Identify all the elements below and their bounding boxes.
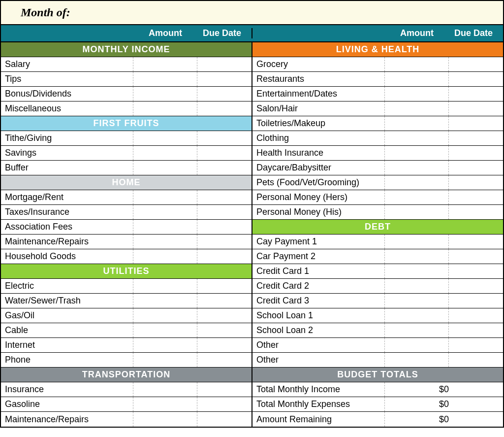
due-date-cell[interactable]	[449, 57, 503, 71]
amount-cell[interactable]	[385, 57, 449, 71]
right-column: LIVING & HEALTHGroceryRestaurantsEnterta…	[252, 42, 503, 427]
amount-cell[interactable]	[385, 235, 449, 249]
row-label: Maintenance/Repairs	[1, 412, 133, 427]
amount-cell[interactable]	[133, 412, 197, 427]
amount-cell[interactable]	[385, 101, 449, 116]
due-date-cell[interactable]	[197, 131, 252, 145]
due-date-cell[interactable]	[449, 175, 503, 190]
budget-row: Car Payment 2	[252, 249, 503, 264]
amount-cell[interactable]	[385, 87, 449, 101]
amount-cell[interactable]	[133, 353, 197, 367]
amount-cell[interactable]	[133, 338, 197, 352]
due-date-cell[interactable]	[449, 308, 503, 323]
due-date-cell[interactable]	[197, 87, 252, 101]
due-date-cell[interactable]	[197, 308, 252, 323]
row-label: Car Payment 2	[252, 249, 385, 264]
due-date-cell[interactable]	[197, 101, 252, 116]
due-date-cell[interactable]	[197, 294, 252, 308]
due-date-cell[interactable]	[197, 220, 252, 234]
amount-cell[interactable]	[133, 72, 197, 86]
budget-grid: MONTHLY INCOMESalaryTipsBonus/DividendsM…	[1, 42, 503, 427]
due-date-cell[interactable]	[197, 72, 252, 86]
amount-cell[interactable]	[133, 131, 197, 145]
amount-cell[interactable]	[133, 382, 197, 397]
due-date-cell[interactable]	[449, 294, 503, 308]
due-date-cell[interactable]	[449, 338, 503, 352]
due-date-cell[interactable]	[197, 161, 252, 175]
due-date-cell[interactable]	[197, 235, 252, 249]
due-date-cell[interactable]	[197, 397, 252, 411]
amount-cell[interactable]	[133, 101, 197, 116]
amount-cell[interactable]	[133, 235, 197, 249]
due-date-cell[interactable]	[197, 249, 252, 264]
row-label: Daycare/Babysitter	[252, 161, 385, 175]
due-date-cell[interactable]	[449, 146, 503, 160]
totals-value: $0	[385, 382, 503, 397]
due-date-cell[interactable]	[449, 235, 503, 249]
amount-cell[interactable]	[385, 323, 449, 337]
amount-cell[interactable]	[133, 294, 197, 308]
due-date-cell[interactable]	[197, 412, 252, 427]
due-date-cell[interactable]	[197, 279, 252, 293]
due-date-cell[interactable]	[197, 338, 252, 352]
budget-row: Restaurants	[252, 72, 503, 87]
due-date-cell[interactable]	[449, 353, 503, 367]
amount-cell[interactable]	[385, 249, 449, 264]
amount-cell[interactable]	[133, 308, 197, 323]
budget-row: Other	[252, 353, 503, 368]
due-date-cell[interactable]	[449, 72, 503, 86]
row-label: Toiletries/Makeup	[252, 116, 385, 131]
amount-cell[interactable]	[133, 249, 197, 264]
amount-cell[interactable]	[385, 205, 449, 219]
due-date-cell[interactable]	[449, 161, 503, 175]
amount-cell[interactable]	[385, 353, 449, 367]
due-date-cell[interactable]	[449, 101, 503, 116]
amount-cell[interactable]	[133, 220, 197, 234]
amount-cell[interactable]	[133, 57, 197, 71]
row-label: Tithe/Giving	[1, 131, 133, 145]
totals-row: Amount Remaining$0	[252, 412, 503, 427]
due-date-cell[interactable]	[449, 87, 503, 101]
due-date-cell[interactable]	[197, 353, 252, 367]
amount-cell[interactable]	[133, 205, 197, 219]
due-date-cell[interactable]	[449, 190, 503, 204]
due-date-cell[interactable]	[197, 382, 252, 397]
amount-cell[interactable]	[133, 397, 197, 411]
amount-cell[interactable]	[385, 175, 449, 190]
amount-cell[interactable]	[133, 87, 197, 101]
amount-cell[interactable]	[133, 323, 197, 337]
amount-cell[interactable]	[385, 131, 449, 145]
due-date-cell[interactable]	[197, 323, 252, 337]
amount-cell[interactable]	[385, 146, 449, 160]
due-date-cell[interactable]	[449, 279, 503, 293]
row-label: Cable	[1, 323, 133, 337]
amount-cell[interactable]	[385, 72, 449, 86]
budget-row: Personal Money (Hers)	[252, 190, 503, 205]
due-date-cell[interactable]	[449, 323, 503, 337]
due-date-cell[interactable]	[449, 116, 503, 131]
amount-cell[interactable]	[385, 116, 449, 131]
due-date-cell[interactable]	[449, 264, 503, 278]
due-date-cell[interactable]	[449, 131, 503, 145]
due-date-cell[interactable]	[197, 190, 252, 204]
amount-cell[interactable]	[133, 279, 197, 293]
amount-cell[interactable]	[385, 294, 449, 308]
due-date-cell[interactable]	[197, 205, 252, 219]
due-date-cell[interactable]	[197, 146, 252, 160]
due-date-cell[interactable]	[197, 57, 252, 71]
amount-cell[interactable]	[385, 338, 449, 352]
amount-cell[interactable]	[385, 279, 449, 293]
amount-cell[interactable]	[385, 264, 449, 278]
amount-cell[interactable]	[133, 190, 197, 204]
month-title[interactable]: Month of:	[1, 1, 503, 25]
row-label: Personal Money (Hers)	[252, 190, 385, 204]
amount-cell[interactable]	[385, 161, 449, 175]
budget-row: Household Goods	[1, 249, 252, 264]
amount-cell[interactable]	[133, 146, 197, 160]
amount-cell[interactable]	[133, 161, 197, 175]
due-date-cell[interactable]	[449, 249, 503, 264]
amount-cell[interactable]	[385, 308, 449, 323]
section-header: HOME	[1, 175, 252, 190]
due-date-cell[interactable]	[449, 205, 503, 219]
amount-cell[interactable]	[385, 190, 449, 204]
